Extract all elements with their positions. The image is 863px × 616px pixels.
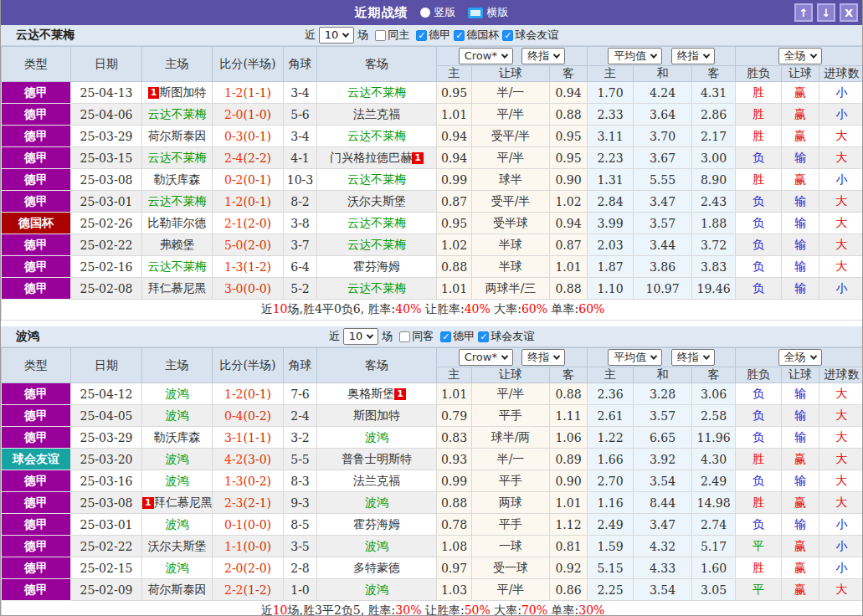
score-cell: 1-2(1-1) xyxy=(213,82,284,104)
full-score: 2-4 xyxy=(224,151,244,165)
league-checkbox[interactable]: 球会友谊 xyxy=(502,28,558,43)
match-date-cell: 25-02-16 xyxy=(71,256,142,278)
match-count-select[interactable]: 10 xyxy=(343,328,379,345)
half-score: (0-0) xyxy=(244,518,271,531)
red-card-badge: 1 xyxy=(148,87,160,99)
radio-vertical-layout[interactable]: 竖版 xyxy=(420,5,456,20)
chevron-down-icon xyxy=(703,352,710,359)
match-date-cell: 25-03-16 xyxy=(71,470,142,492)
sub-header-away-odds: 客 xyxy=(550,367,588,383)
final-average-select[interactable]: 终指 xyxy=(671,349,715,366)
result-cell: 胜 xyxy=(736,449,782,470)
sub-header-handicap-result: 让球 xyxy=(782,66,819,82)
home-team-cell: 波鸿 xyxy=(142,383,213,405)
final-odds-select[interactable]: 终指 xyxy=(521,48,565,64)
goals-result-cell: 小 xyxy=(819,278,863,300)
away-team-cell: 云达不莱梅 xyxy=(317,169,437,191)
sub-header-avg-away: 客 xyxy=(692,367,736,383)
radio-horizontal-layout[interactable]: 横版 xyxy=(468,5,509,20)
league-checkbox-label: 德国杯 xyxy=(466,28,499,43)
avg-draw-cell: 6.65 xyxy=(634,427,692,449)
avg-away-cell: 19.46 xyxy=(692,278,736,300)
team-label: 沃尔夫斯堡 xyxy=(347,194,406,208)
scroll-down-button[interactable]: ↓ xyxy=(817,3,835,22)
handicap-cell: 受一球 xyxy=(472,557,550,579)
match-row: 德甲25-04-05波鸿0-4(0-2)2-4斯图加特0.79平手1.112.6… xyxy=(2,405,863,427)
summary-stat-value: 60% xyxy=(521,302,547,316)
match-row: 德甲25-03-16波鸿1-3(0-2)8-3法兰克福0.99平手0.902.7… xyxy=(2,470,863,492)
match-row: 德甲25-02-22沃尔夫斯堡1-1(0-0)3-5波鸿1.08一球0.811.… xyxy=(2,536,863,557)
team-label: 比勒菲尔德 xyxy=(148,216,207,229)
handicap-cell: 半球 xyxy=(472,256,550,278)
section-divider xyxy=(1,321,862,326)
team-label: 霍芬海姆 xyxy=(353,259,400,273)
bookmaker-select[interactable]: Crow* xyxy=(459,349,513,366)
same-away-checkbox[interactable]: 同客 xyxy=(399,329,434,344)
radio-icon xyxy=(420,8,430,18)
league-type-cell: 德甲 xyxy=(2,470,71,492)
match-count-select[interactable]: 10 xyxy=(319,27,355,44)
full-match-select[interactable]: 全场 xyxy=(778,349,822,366)
match-row: 德甲25-03-29勒沃库森3-1(1-1)3-2波鸿0.83球半/两1.061… xyxy=(2,427,863,449)
same-home-checkbox[interactable]: 同主 xyxy=(375,28,409,43)
col-header-home: 主场 xyxy=(142,47,213,82)
match-row: 德甲25-04-131斯图加特1-2(1-1)3-4云达不莱梅0.95半/一0.… xyxy=(2,82,863,104)
goals-result-cell: 大 xyxy=(819,470,863,492)
team-label: 云达不莱梅 xyxy=(148,107,207,121)
league-type-cell: 德甲 xyxy=(2,492,71,514)
full-match-select[interactable]: 全场 xyxy=(778,48,822,64)
home-team-cell: 1斯图加特 xyxy=(142,82,213,104)
home-team-cell: 波鸿 xyxy=(142,449,213,470)
match-row: 德甲25-03-08勒沃库森0-2(0-1)10-3云达不莱梅0.99球半0.9… xyxy=(2,169,863,191)
average-select[interactable]: 平均值 xyxy=(608,349,662,366)
team-label: 波鸿 xyxy=(365,495,388,509)
goals-result-cell: 大 xyxy=(819,147,863,169)
avg-home-cell: 1.22 xyxy=(588,427,634,449)
home-team-cell: 云达不莱梅 xyxy=(142,191,213,213)
average-select[interactable]: 平均值 xyxy=(608,48,662,64)
handicap-result-cell: 输 xyxy=(782,405,819,427)
league-checkbox[interactable]: 德国杯 xyxy=(454,28,499,43)
scroll-up-button[interactable]: ↑ xyxy=(794,3,813,22)
league-checkbox[interactable]: 球会友谊 xyxy=(478,329,534,344)
team-label: 云达不莱梅 xyxy=(347,216,406,229)
away-team-cell: 法兰克福 xyxy=(317,470,437,492)
league-checkbox-label: 德甲 xyxy=(429,28,450,43)
avg-draw-cell: 3.47 xyxy=(634,514,692,536)
home-odds-cell: 0.87 xyxy=(437,191,472,213)
league-type-cell: 德甲 xyxy=(2,536,71,557)
corner-cell: 5-2 xyxy=(284,278,317,300)
sub-header-avg-home: 主 xyxy=(588,367,634,383)
avg-away-cell: 5.17 xyxy=(692,536,736,557)
avg-home-cell: 2.03 xyxy=(588,234,634,256)
team-label: 斯图加特 xyxy=(159,85,206,99)
league-checkbox[interactable]: 德甲 xyxy=(416,28,450,43)
team-label: 云达不莱梅 xyxy=(347,172,406,186)
home-odds-cell: 1.01 xyxy=(437,104,472,126)
corner-cell: 3-7 xyxy=(284,234,317,256)
away-team-cell: 云达不莱梅 xyxy=(317,82,437,104)
away-odds-cell: 0.81 xyxy=(550,536,588,557)
score-cell: 1-3(0-2) xyxy=(213,470,284,492)
final-odds-select[interactable]: 终指 xyxy=(521,349,565,366)
league-checkbox[interactable]: 德甲 xyxy=(440,329,475,344)
handicap-result-cell: 输 xyxy=(782,191,819,213)
result-cell: 负 xyxy=(736,213,782,234)
score-cell: 1-2(0-1) xyxy=(213,383,284,405)
handicap-result-cell: 赢 xyxy=(782,82,819,104)
goals-result-cell: 小 xyxy=(819,104,863,126)
score-cell: 1-1(0-0) xyxy=(213,536,284,557)
avg-home-cell: 3.99 xyxy=(588,213,634,234)
match-row: 德甲25-03-01波鸿0-1(0-0)8-5霍芬海姆0.78平手1.122.4… xyxy=(2,514,863,536)
bookmaker-select[interactable]: Crow* xyxy=(459,48,513,64)
close-button[interactable]: X xyxy=(840,3,858,22)
score-cell: 2-2(1-2) xyxy=(213,579,284,601)
summary-text: 让胜率: xyxy=(421,302,464,316)
full-score: 2-1 xyxy=(224,217,244,230)
sub-header-handicap: 让球 xyxy=(472,367,550,383)
full-score: 1-3 xyxy=(224,260,244,274)
result-cell: 负 xyxy=(736,383,782,405)
final-average-select[interactable]: 终指 xyxy=(671,48,715,64)
goals-result-cell: 小 xyxy=(819,82,863,104)
avg-draw-cell: 5.55 xyxy=(634,169,692,191)
